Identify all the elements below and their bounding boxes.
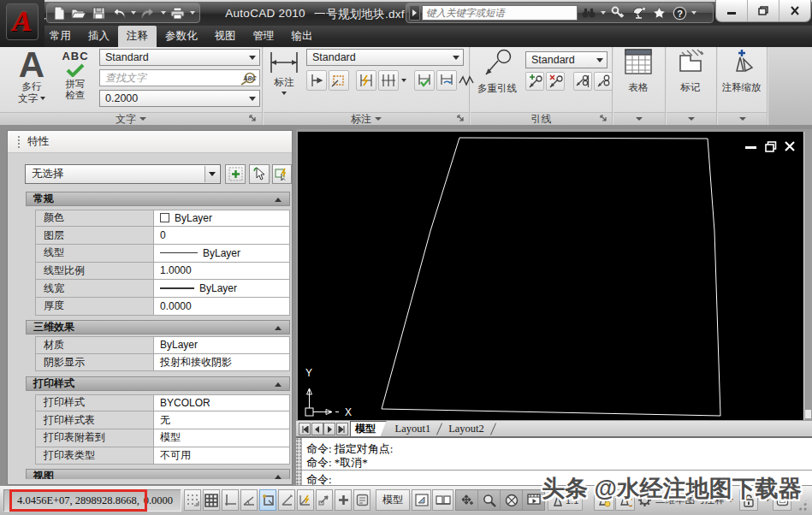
save-button[interactable]: [91, 4, 108, 21]
leader-collect-button[interactable]: [594, 72, 613, 91]
model-space-button[interactable]: 模型: [376, 489, 410, 511]
selection-combo[interactable]: 无选择: [25, 164, 221, 184]
tab-output[interactable]: 输出: [283, 26, 322, 47]
leader-add-button[interactable]: [525, 72, 544, 91]
property-row-linetype[interactable]: 线型 ByLayer: [35, 245, 290, 263]
print-button[interactable]: [169, 4, 187, 21]
palette-title-bar[interactable]: 特性: [8, 131, 292, 153]
drawing-canvas[interactable]: Y X: [298, 132, 804, 420]
help-dropdown-arrow-icon[interactable]: [691, 11, 696, 15]
communication-center-button[interactable]: [629, 4, 648, 21]
section-general[interactable]: 常规: [26, 192, 290, 206]
tab-insert[interactable]: 插入: [80, 26, 118, 47]
property-row-material[interactable]: 材质 ByLayer: [35, 336, 290, 354]
quick-properties-toggle[interactable]: [353, 489, 370, 511]
search-input[interactable]: [422, 5, 578, 21]
dim-panel-footer[interactable]: 标注: [264, 112, 469, 125]
canvas-close-icon[interactable]: [784, 140, 796, 152]
property-row-plotattach[interactable]: 打印表附着到 模型: [35, 429, 290, 447]
tab-nav-first-button[interactable]: [299, 423, 311, 435]
snap-toggle[interactable]: [184, 489, 201, 511]
ortho-toggle[interactable]: [222, 489, 239, 511]
property-row-plottype[interactable]: 打印表类型 不可用: [35, 447, 290, 465]
text-panel-launcher-icon[interactable]: [249, 115, 257, 122]
zoom-button[interactable]: [478, 490, 501, 510]
markup-panel-footer[interactable]: [667, 112, 716, 125]
tab-layout2[interactable]: Layout2: [440, 421, 493, 436]
close-button[interactable]: [779, 0, 810, 21]
mtext-button[interactable]: A 多行 文字: [10, 49, 53, 104]
text-height-select[interactable]: 0.2000: [99, 90, 260, 107]
dim-adjust-dropdown-icon[interactable]: [401, 79, 406, 82]
new-file-button[interactable]: [50, 4, 68, 21]
text-style-select[interactable]: Standard: [99, 49, 260, 66]
tab-annotate[interactable]: 注释: [118, 26, 157, 47]
mleader-style-select[interactable]: Standard: [525, 51, 608, 68]
favorites-button[interactable]: [649, 4, 668, 21]
text-panel-footer[interactable]: 文字: [0, 112, 262, 125]
search-button[interactable]: [579, 4, 598, 21]
toggle-pickadd-button[interactable]: [225, 164, 246, 184]
dimension-button[interactable]: 标注: [265, 50, 303, 95]
print-dropdown-arrow-icon[interactable]: [190, 11, 195, 15]
dim-baseline-button[interactable]: [329, 70, 349, 91]
canvas-minimize-icon[interactable]: [745, 146, 756, 149]
spell-check-button[interactable]: ABC 拼写 检查: [55, 50, 96, 102]
multileader-button[interactable]: 多重引线: [472, 49, 522, 95]
tab-nav-prev-button[interactable]: [311, 423, 323, 435]
quick-view-drawings-button[interactable]: [432, 489, 453, 511]
select-objects-button[interactable]: [249, 164, 270, 184]
redo-dropdown-arrow-icon[interactable]: [161, 11, 166, 15]
dim-style-select[interactable]: Standard: [306, 49, 464, 66]
tab-parametric[interactable]: 参数化: [157, 26, 206, 47]
subscription-center-button[interactable]: [608, 4, 627, 21]
tab-home[interactable]: 常用: [41, 26, 80, 47]
undo-button[interactable]: [110, 4, 127, 21]
command-grip[interactable]: [296, 438, 302, 485]
section-plot-style[interactable]: 打印样式: [26, 376, 290, 391]
osnap-toggle[interactable]: [259, 489, 276, 511]
property-row-lineweight[interactable]: 线宽 ByLayer: [35, 280, 290, 298]
steering-wheel-button[interactable]: [501, 490, 523, 510]
search-dropdown-arrow-icon[interactable]: [601, 11, 606, 15]
tab-nav-next-button[interactable]: [323, 423, 335, 435]
tab-manage[interactable]: 管理: [245, 26, 283, 47]
property-row-ltscale[interactable]: 线型比例 1.0000: [35, 263, 290, 281]
ducs-toggle[interactable]: [297, 489, 314, 511]
tab-view[interactable]: 视图: [206, 26, 245, 47]
application-menu-button[interactable]: A: [6, 3, 39, 40]
annoscale-panel-footer[interactable]: [718, 112, 767, 125]
section-3d-effects[interactable]: 三维效果: [26, 320, 290, 334]
dim-break-button[interactable]: [356, 70, 376, 91]
tab-layout1[interactable]: Layout1: [387, 421, 440, 436]
otrack-toggle[interactable]: [278, 489, 295, 511]
find-text-input[interactable]: 查找文字 ABC: [99, 69, 260, 86]
quick-view-layouts-button[interactable]: [412, 489, 431, 511]
dim-adjust-space-button[interactable]: [378, 70, 399, 91]
pan-button[interactable]: [456, 490, 478, 510]
leader-panel-launcher-icon[interactable]: [600, 115, 608, 122]
quick-select-button[interactable]: [272, 164, 292, 184]
leader-panel-footer[interactable]: 引线: [471, 112, 612, 125]
markup-button[interactable]: 标记: [667, 49, 714, 94]
canvas-restore-icon[interactable]: [765, 141, 777, 152]
tab-model[interactable]: 模型: [350, 421, 387, 436]
dim-linear-button[interactable]: [306, 70, 327, 91]
dim-check-button[interactable]: [414, 70, 435, 91]
tab-nav-last-button[interactable]: [336, 423, 348, 435]
help-button[interactable]: ?: [670, 4, 689, 21]
annotation-scaling-button[interactable]: 注释缩放: [718, 49, 765, 94]
polar-toggle[interactable]: [240, 489, 258, 511]
dyn-toggle[interactable]: [316, 489, 333, 511]
leader-remove-button[interactable]: [546, 72, 565, 91]
property-row-layer[interactable]: 图层 0: [35, 227, 290, 245]
redo-button[interactable]: [139, 4, 157, 21]
table-panel-footer[interactable]: [613, 112, 665, 125]
property-row-plotstyle[interactable]: 打印样式 BYCOLOR: [35, 394, 290, 412]
table-button[interactable]: 表格: [613, 49, 663, 94]
grid-toggle[interactable]: [203, 489, 220, 511]
dim-update-button[interactable]: [436, 70, 457, 91]
undo-dropdown-arrow-icon[interactable]: [131, 11, 136, 15]
lineweight-toggle[interactable]: [335, 489, 352, 511]
property-row-plottable[interactable]: 打印样式表 无: [35, 411, 290, 429]
